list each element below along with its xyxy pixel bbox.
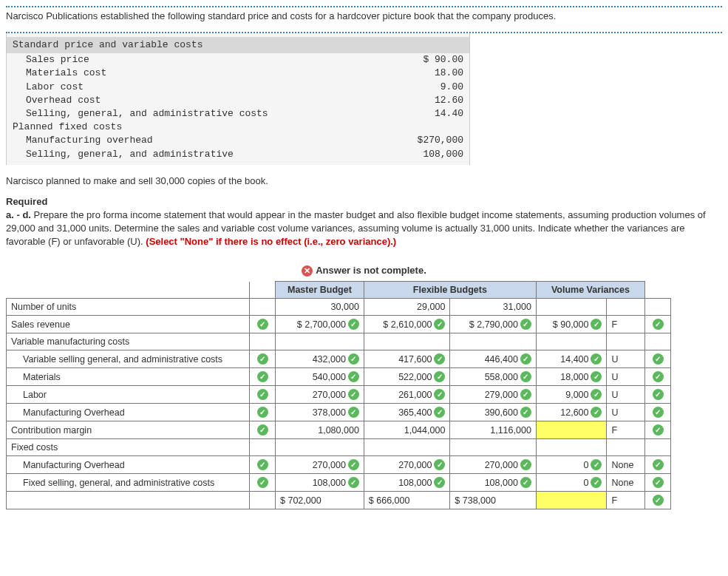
cell-fu[interactable]: F — [607, 492, 645, 509]
check-icon: ✓ — [257, 389, 268, 400]
cell-fu[interactable]: None — [607, 456, 645, 474]
check-icon: ✓ — [653, 495, 664, 506]
check-icon: ✓ — [257, 459, 268, 470]
row-fc-header: Fixed costs — [7, 439, 671, 456]
row-moh: Manufacturing Overhead ✓ 378,000✓ 365,40… — [7, 404, 671, 421]
cell-fu[interactable]: F — [607, 316, 645, 333]
cost-label: Selling, general, and administrative — [26, 148, 234, 161]
cost-value: 18.00 — [435, 67, 463, 80]
cell-fu[interactable]: F — [607, 421, 645, 439]
cell-value: 522,000 — [369, 372, 432, 382]
check-icon: ✓ — [520, 477, 531, 488]
check-icon: ✓ — [653, 353, 664, 365]
cell-fu[interactable]: U — [607, 404, 645, 421]
answer-table: Master Budget Flexible Budgets Volume Va… — [6, 281, 671, 509]
check-icon: ✓ — [653, 424, 664, 436]
row-materials: Materials ✓ 540,000✓ 522,000✓ 558,000✓ 1… — [7, 368, 671, 386]
check-icon: ✓ — [520, 353, 531, 365]
check-icon: ✓ — [434, 319, 445, 330]
row-vsga: Variable selling general, and administra… — [7, 350, 671, 368]
check-icon: ✓ — [348, 459, 359, 470]
check-icon: ✓ — [653, 389, 664, 400]
cell-label: Manufacturing Overhead — [7, 456, 250, 474]
cell-label: Contribution margin — [7, 421, 250, 439]
cell-label: Variable manufacturing costs — [7, 333, 250, 350]
cell-value: 540,000 — [280, 372, 346, 382]
cell-label: Labor — [7, 386, 250, 404]
cell-value: $ 738,000 — [450, 492, 537, 509]
check-icon: ✓ — [520, 407, 531, 418]
required-title: Required — [6, 195, 722, 209]
cell-value: 417,600 — [369, 354, 432, 365]
cell-value: 365,400 — [369, 407, 432, 418]
cell-value: 108,000 — [369, 478, 432, 488]
row-total: $ 702,000 $ 666,000 $ 738,000 F ✓ — [7, 492, 671, 509]
cell-value: 1,044,000 — [364, 421, 450, 439]
answer-banner: ✕Answer is not complete. — [6, 260, 722, 281]
row-fmoh: Manufacturing Overhead ✓ 270,000✓ 270,00… — [7, 456, 671, 474]
cost-value: 9.00 — [440, 81, 463, 94]
cell-value: 261,000 — [369, 390, 432, 400]
cell-value: $ 2,790,000 — [455, 319, 518, 330]
check-icon: ✓ — [434, 407, 445, 418]
answer-banner-text: Answer is not complete. — [316, 265, 426, 276]
cell-value: 12,600 — [541, 407, 589, 418]
cell-value: $ 2,610,000 — [369, 319, 432, 330]
cell-fu[interactable]: U — [607, 386, 645, 404]
row-cm: Contribution margin ✓ 1,080,000 1,044,00… — [7, 421, 671, 439]
cell-value[interactable] — [536, 421, 607, 439]
cell-fu[interactable]: U — [607, 368, 645, 386]
check-icon: ✓ — [434, 477, 445, 488]
check-icon: ✓ — [591, 389, 602, 400]
cell-label: Variable selling general, and administra… — [7, 350, 250, 368]
row-vmc-header: Variable manufacturing costs — [7, 333, 671, 350]
cell-value: 270,000 — [455, 460, 518, 470]
cell-fu[interactable]: U — [607, 350, 645, 368]
cell-value: 108,000 — [455, 478, 518, 488]
check-icon: ✓ — [348, 389, 359, 400]
cell-value: 31,000 — [450, 299, 537, 316]
cell-value: 18,000 — [541, 372, 589, 382]
cost-value: 14.40 — [435, 107, 463, 121]
check-icon: ✓ — [348, 371, 359, 382]
cell-value: 270,000 — [369, 460, 432, 470]
cell-value: 9,000 — [541, 390, 589, 400]
cost-header-1: Standard price and variable costs — [7, 37, 469, 53]
check-icon: ✓ — [348, 477, 359, 488]
cost-value: $ 90.00 — [423, 53, 463, 67]
check-icon: ✓ — [434, 389, 445, 400]
cell-value: 29,000 — [364, 299, 450, 316]
check-icon: ✓ — [257, 319, 268, 330]
check-icon: ✓ — [257, 407, 268, 418]
check-icon: ✓ — [434, 371, 445, 382]
header-master: Master Budget — [276, 282, 364, 299]
cost-value: 108,000 — [423, 148, 463, 161]
cell-value: 0 — [541, 460, 589, 470]
cost-table: Standard price and variable costs Sales … — [6, 33, 470, 165]
cell-value: 432,000 — [280, 354, 346, 365]
cell-value: 378,000 — [280, 407, 346, 418]
cell-value: 279,000 — [455, 390, 518, 400]
row-sales: Sales revenue ✓ $ 2,700,000✓ $ 2,610,000… — [7, 316, 671, 333]
cell-fu[interactable]: None — [607, 474, 645, 492]
check-icon: ✓ — [257, 353, 268, 365]
check-icon: ✓ — [520, 459, 531, 470]
cell-value: $ 666,000 — [364, 492, 450, 509]
check-icon: ✓ — [653, 459, 664, 470]
check-icon: ✓ — [348, 353, 359, 365]
check-icon: ✓ — [653, 371, 664, 382]
cell-value[interactable] — [536, 492, 607, 509]
cost-label: Manufacturing overhead — [26, 134, 153, 147]
cell-value: 390,600 — [455, 407, 518, 418]
cost-label: Labor cost — [26, 81, 84, 94]
cell-value: 270,000 — [280, 390, 346, 400]
cell-value: 558,000 — [455, 372, 518, 382]
check-icon: ✓ — [434, 459, 445, 470]
cell-label: Fixed selling, general, and administrati… — [7, 474, 250, 492]
cell-value: 446,400 — [455, 354, 518, 365]
cell-label: Sales revenue — [7, 316, 250, 333]
cell-label: Number of units — [7, 299, 250, 316]
row-fsga: Fixed selling, general, and administrati… — [7, 474, 671, 492]
row-labor: Labor ✓ 270,000✓ 261,000✓ 279,000✓ 9,000… — [7, 386, 671, 404]
required-section: Required a. - d. Prepare the pro forma i… — [6, 195, 722, 249]
